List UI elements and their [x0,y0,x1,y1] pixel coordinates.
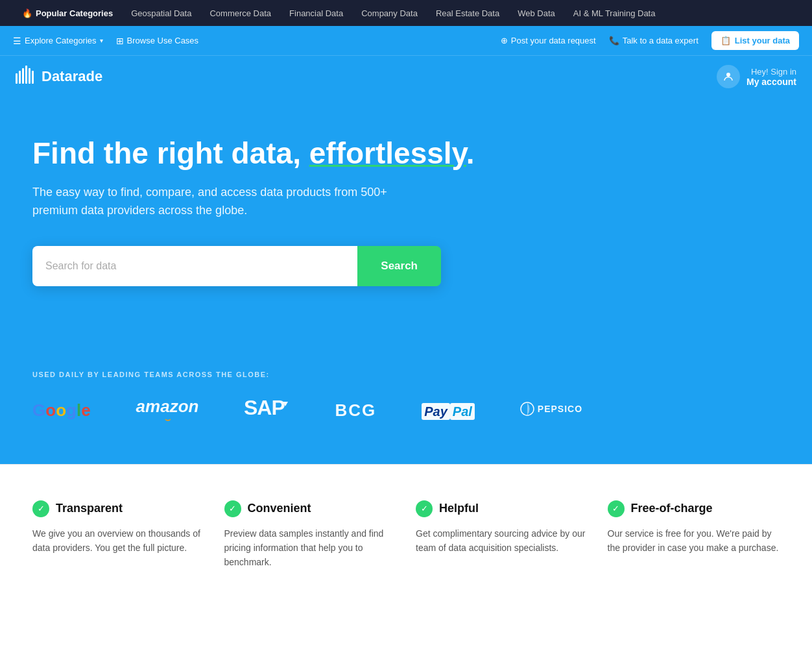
check-icon-transparent: ✓ [32,500,49,517]
list-icon: 📋 [721,36,731,45]
hero-title: Find the right data, effortlessly. [32,136,486,171]
top-nav: 🔥 Popular Categories Geospatial Data Com… [0,0,812,26]
nav-realestate[interactable]: Real Estate Data [427,0,508,26]
check-icon-helpful: ✓ [416,500,433,517]
nav-web[interactable]: Web Data [508,0,564,26]
logo-text: Datarade [42,68,102,85]
talk-to-expert-btn[interactable]: 📞 Talk to a data expert [609,36,699,45]
svg-rect-2 [22,68,24,84]
svg-text:SAP: SAP [244,397,285,419]
explore-categories-btn[interactable]: ☰ Explore Categories ▾ [13,36,103,46]
brands-row: Google amazon ⌣ SAP BCG PayPal PEPSICO [32,397,780,425]
svg-rect-0 [16,73,18,84]
features-section: ✓ Transparent We give you an overview on… [0,465,812,606]
hero-subtitle: The easy way to find, compare, and acces… [32,184,435,220]
svg-rect-3 [25,66,27,84]
nav-commerce[interactable]: Commerce Data [200,0,280,26]
svg-rect-1 [19,71,21,84]
fire-icon: 🔥 [22,8,32,18]
svg-point-6 [726,73,730,77]
search-button[interactable]: Search [357,246,441,286]
brand-google: Google [32,400,91,421]
nav-popular-categories[interactable]: 🔥 Popular Categories [13,0,122,26]
nav-aiml[interactable]: AI & ML Training Data [564,0,665,26]
datarade-logo-icon [16,66,35,88]
feature-convenient: ✓ Convenient Preview data samples instan… [224,500,397,570]
brands-section: USED DAILY BY LEADING TEAMS ACROSS THE G… [0,338,812,464]
brand-bcg: BCG [335,400,376,421]
search-input[interactable] [32,246,357,286]
feature-helpful: ✓ Helpful Get complimentary sourcing adv… [416,500,588,570]
nav-geospatial[interactable]: Geospatial Data [122,0,200,26]
brand-pepsico: PEPSICO [520,402,582,419]
browse-use-cases-btn[interactable]: ⊞ Browse Use Cases [116,36,199,46]
check-icon-free: ✓ [608,500,625,517]
nav-company[interactable]: Company Data [352,0,427,26]
feature-free: ✓ Free-of-charge Our service is free for… [608,500,780,570]
hero-section: Find the right data, effortlessly. The e… [0,97,812,338]
logo[interactable]: Datarade [16,66,102,88]
brands-label: USED DAILY BY LEADING TEAMS ACROSS THE G… [32,371,780,378]
nav-financial[interactable]: Financial Data [280,0,352,26]
brand-sap: SAP [244,397,289,424]
post-icon: ⊕ [501,36,508,45]
main-header: Datarade Hey! Sign in My account [0,56,812,97]
grid-icon: ⊞ [116,36,124,46]
search-bar: Search [32,246,441,286]
phone-icon: 📞 [609,36,619,45]
menu-icon: ☰ [13,36,21,46]
svg-rect-5 [32,71,34,84]
list-your-data-btn[interactable]: 📋 List your data [711,31,799,50]
avatar [717,65,740,88]
secondary-nav: ☰ Explore Categories ▾ ⊞ Browse Use Case… [0,26,812,56]
chevron-down-icon: ▾ [100,37,103,44]
account-text: Hey! Sign in My account [746,67,796,87]
post-data-request-btn[interactable]: ⊕ Post your data request [501,36,596,45]
brand-amazon: amazon ⌣ [136,397,199,425]
brand-paypal: PayPal [422,400,475,421]
svg-rect-4 [29,68,30,84]
account-area[interactable]: Hey! Sign in My account [717,65,796,88]
check-icon-convenient: ✓ [224,500,241,517]
feature-transparent: ✓ Transparent We give you an overview on… [32,500,205,570]
